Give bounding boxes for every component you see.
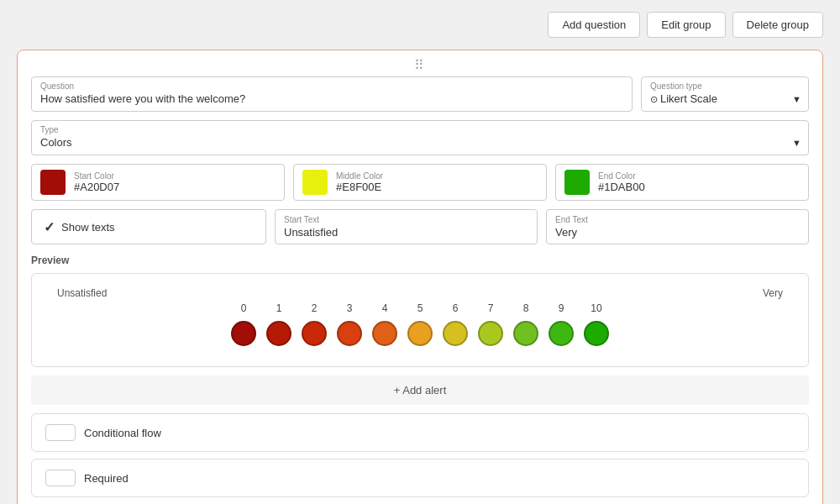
scale-circle[interactable] bbox=[473, 318, 508, 349]
circle-inner bbox=[584, 321, 609, 346]
scale-circle[interactable] bbox=[297, 318, 332, 349]
preview-box: Unsatisfied Very 012345678910 bbox=[31, 273, 809, 367]
required-label: Required bbox=[84, 472, 129, 485]
scale-number: 0 bbox=[226, 302, 261, 314]
question-label: Question bbox=[40, 81, 623, 91]
circle-inner bbox=[407, 321, 433, 346]
conditional-flow-toggle[interactable] bbox=[45, 424, 76, 441]
scale-circle[interactable] bbox=[402, 318, 438, 349]
drag-icon: ⠿ bbox=[414, 57, 426, 73]
scale-circle[interactable] bbox=[579, 318, 614, 349]
end-color-swatch bbox=[564, 170, 590, 195]
start-color-field[interactable]: Start Color #A20D07 bbox=[31, 164, 285, 201]
scale-number: 3 bbox=[332, 302, 367, 314]
required-toggle[interactable] bbox=[45, 470, 76, 486]
show-texts-label: Show texts bbox=[61, 221, 115, 234]
scale-number: 6 bbox=[438, 302, 473, 314]
show-texts-row: ✓ Show texts Start Text Unsatisfied End … bbox=[31, 209, 809, 244]
add-alert-bar[interactable]: + Add alert bbox=[31, 375, 809, 405]
card-body: Question How satisfied were you with the… bbox=[18, 76, 822, 497]
end-text-value: Very bbox=[555, 226, 800, 239]
question-field: Question How satisfied were you with the… bbox=[31, 76, 633, 112]
scale-circles bbox=[49, 318, 791, 349]
type-row: Type Colors ▼ bbox=[31, 120, 809, 155]
toolbar: Add question Edit group Delete group bbox=[0, 0, 840, 50]
likert-icon: ⊙ bbox=[650, 94, 658, 104]
start-color-info: Start Color #A20D07 bbox=[74, 171, 119, 193]
end-text-field: End Text Very bbox=[546, 209, 809, 244]
scale-number: 7 bbox=[473, 302, 508, 314]
type-field[interactable]: Type Colors ▼ bbox=[31, 120, 809, 155]
question-row: Question How satisfied were you with the… bbox=[31, 76, 809, 112]
colors-section: Start Color #A20D07 Middle Color #E8F00E… bbox=[31, 164, 809, 201]
start-color-value: #A20D07 bbox=[74, 181, 119, 193]
scale-circle[interactable] bbox=[332, 318, 367, 349]
middle-color-info: Middle Color #E8F00E bbox=[336, 171, 383, 193]
start-text-label: Start Text bbox=[284, 215, 528, 224]
preview-label: Preview bbox=[31, 255, 809, 266]
scale-circle[interactable] bbox=[543, 318, 579, 349]
circle-inner bbox=[443, 321, 468, 346]
circle-inner bbox=[513, 321, 538, 346]
scale-labels: Unsatisfied Very bbox=[49, 287, 791, 299]
end-color-label: End Color bbox=[598, 171, 645, 181]
type-label: Type bbox=[40, 125, 800, 134]
scale-number: 1 bbox=[261, 302, 297, 314]
middle-color-swatch bbox=[302, 170, 328, 195]
show-texts-checkbox[interactable]: ✓ Show texts bbox=[31, 209, 266, 244]
middle-color-value: #E8F00E bbox=[336, 181, 383, 193]
question-card: ⠿ Question How satisfied were you with t… bbox=[17, 50, 823, 504]
middle-color-label: Middle Color bbox=[336, 171, 383, 181]
edit-group-button[interactable]: Edit group bbox=[647, 12, 725, 38]
scale-circle[interactable] bbox=[438, 318, 473, 349]
question-type-label: Question type bbox=[650, 81, 800, 91]
dropdown-arrow-icon: ▼ bbox=[792, 94, 801, 104]
start-text-field: Start Text Unsatisfied bbox=[275, 209, 538, 244]
end-color-field[interactable]: End Color #1DAB00 bbox=[555, 164, 809, 201]
start-text-value: Unsatisfied bbox=[284, 226, 528, 239]
circle-inner bbox=[231, 321, 256, 346]
middle-color-field[interactable]: Middle Color #E8F00E bbox=[293, 164, 547, 201]
scale-circle[interactable] bbox=[226, 318, 261, 349]
preview-section: Preview Unsatisfied Very 012345678910 bbox=[31, 255, 809, 367]
scale-number: 4 bbox=[367, 302, 402, 314]
check-icon: ✓ bbox=[44, 219, 55, 235]
type-value: Colors bbox=[40, 136, 800, 149]
end-color-value: #1DAB00 bbox=[598, 181, 645, 193]
circle-inner bbox=[302, 321, 327, 346]
type-dropdown-arrow-icon: ▼ bbox=[792, 138, 801, 148]
start-color-label: Start Color bbox=[74, 171, 119, 181]
scale-end-label: Very bbox=[763, 287, 783, 299]
circle-inner bbox=[337, 321, 362, 346]
scale-number: 2 bbox=[297, 302, 332, 314]
question-type-field[interactable]: Question type ⊙Likert Scale ▼ bbox=[641, 76, 809, 112]
scale-number: 9 bbox=[543, 302, 579, 314]
end-text-label: End Text bbox=[555, 215, 800, 224]
scale-number: 10 bbox=[579, 302, 614, 314]
question-type-value: ⊙Likert Scale bbox=[650, 92, 800, 105]
scale-number: 8 bbox=[508, 302, 543, 314]
question-value: How satisfied were you with the welcome? bbox=[40, 92, 623, 105]
scale-circle[interactable] bbox=[508, 318, 543, 349]
scale-numbers: 012345678910 bbox=[49, 302, 791, 314]
required-row: Required bbox=[31, 459, 809, 497]
circle-inner bbox=[372, 321, 397, 346]
end-color-info: End Color #1DAB00 bbox=[598, 171, 645, 193]
circle-inner bbox=[266, 321, 291, 346]
start-color-swatch bbox=[40, 170, 66, 195]
drag-handle[interactable]: ⠿ bbox=[18, 50, 822, 76]
conditional-flow-label: Conditional flow bbox=[84, 427, 161, 439]
circle-inner bbox=[549, 321, 574, 346]
delete-group-button[interactable]: Delete group bbox=[732, 12, 823, 38]
add-question-button[interactable]: Add question bbox=[548, 12, 640, 38]
scale-circle[interactable] bbox=[261, 318, 297, 349]
circle-inner bbox=[478, 321, 503, 346]
scale-start-label: Unsatisfied bbox=[57, 287, 107, 299]
scale-circle[interactable] bbox=[367, 318, 402, 349]
scale-number: 5 bbox=[402, 302, 438, 314]
conditional-flow-row: Conditional flow bbox=[31, 413, 809, 452]
